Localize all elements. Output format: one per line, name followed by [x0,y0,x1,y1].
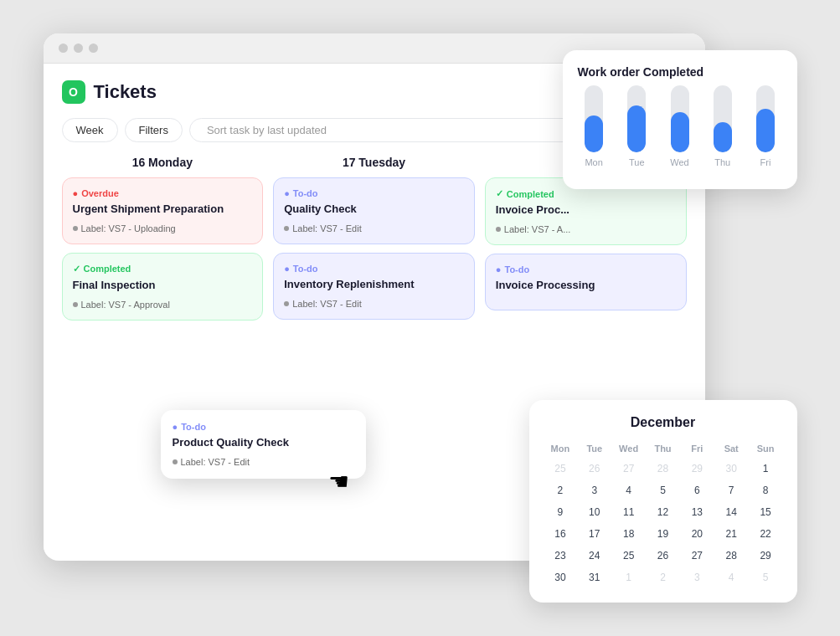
calendar-day[interactable]: 27 [681,546,714,566]
bar-track [627,85,646,152]
drag-cursor: ☚ [328,468,349,495]
calendar-day[interactable]: 13 [681,502,714,522]
calendar-day[interactable]: 11 [612,502,645,522]
task-card[interactable]: ✓ Completed Final Inspection Label: VS7 … [62,253,264,321]
bar-group: Thu [706,85,739,167]
calendar-day[interactable]: 12 [647,502,679,522]
sort-button[interactable]: Sort task by last updated [189,118,587,142]
calendar-day[interactable]: 5 [750,567,782,587]
filters-button[interactable]: Filters [125,118,183,142]
calendar-day[interactable]: 2 [544,480,577,500]
calendar-dow: Fri [681,440,714,457]
task-title: Urgent Shipment Preparation [73,203,253,217]
calendar-dow: Wed [612,440,645,457]
calendar-day[interactable]: 16 [544,524,577,544]
calendar-day[interactable]: 7 [715,480,748,500]
page-title: Tickets [94,81,157,103]
task-label: Label: VS7 - Edit [284,299,464,309]
calendar-day[interactable]: 31 [578,567,611,587]
calendar-day[interactable]: 29 [750,546,782,566]
calendar-day[interactable]: 21 [715,524,748,544]
calendar-day[interactable]: 4 [715,567,748,587]
label-dot [73,302,78,307]
calendar-day[interactable]: 25 [612,546,645,566]
check-icon: ✓ [73,264,80,274]
bar-label: Wed [670,157,688,167]
monday-column: 16 Monday ● Overdue Urgent Shipment Prep… [62,156,264,329]
calendar-day[interactable]: 19 [647,524,679,544]
bar-group: Fri [749,85,781,167]
chart-panel: Work order Completed MonTueWedThuFri [563,50,797,189]
calendar-day[interactable]: 3 [578,480,611,500]
label-dot [496,227,501,232]
task-card[interactable]: ● To-do Invoice Processing [485,254,687,310]
calendar-day[interactable]: 22 [750,524,782,544]
calendar-day[interactable]: 20 [681,524,714,544]
calendar-day[interactable]: 25 [544,459,577,479]
dot-green [89,44,98,53]
calendar-day[interactable]: 8 [750,480,782,500]
bar-track [585,85,603,152]
status-dot: ● [284,188,290,198]
calendar-day[interactable]: 15 [750,502,782,522]
calendar-day[interactable]: 27 [612,459,645,479]
calendar-dow: Mon [544,440,577,457]
calendar-day[interactable]: 9 [544,502,577,522]
calendar-day[interactable]: 17 [578,524,611,544]
calendar-day[interactable]: 18 [612,524,645,544]
bar-label: Mon [585,157,602,167]
calendar-day[interactable]: 3 [681,567,714,587]
scene: O Tickets 👤 My tasks 🔔 Week Fi [44,33,797,603]
chart-title: Work order Completed [578,65,782,79]
floating-task-title: Product Quality Check [173,436,354,450]
calendar-day[interactable]: 28 [647,459,679,479]
calendar-day[interactable]: 14 [715,502,748,522]
tuesday-column: 17 Tuesday ● To-do Quality Check Label: … [273,156,475,329]
monday-header: 16 Monday [62,156,264,169]
task-label: Label: VS7 - Edit [284,223,464,233]
calendar-day[interactable]: 23 [544,546,577,566]
floating-task-label: Label: VS7 - Edit [173,457,354,467]
bar-fill [714,122,732,152]
task-title: Quality Check [284,203,464,217]
label-dot [284,301,289,306]
calendar-day[interactable]: 10 [578,502,611,522]
bar-fill [671,112,689,152]
task-status: ● To-do [496,264,676,274]
dot-yellow [74,44,83,53]
bar-track [756,85,775,152]
task-title: Inventory Replenishment [284,278,464,292]
bar-fill [585,115,603,152]
task-card[interactable]: ● Overdue Urgent Shipment Preparation La… [62,177,264,244]
bar-track [671,85,689,152]
dot-red [59,44,68,53]
task-title: Final Inspection [73,279,253,293]
calendar-day[interactable]: 24 [578,546,611,566]
tuesday-header: 17 Tuesday [273,156,475,169]
calendar-day[interactable]: 5 [647,480,679,500]
chart-bars: MonTueWedThuFri [578,92,782,167]
bar-label: Thu [714,157,730,167]
task-status: ✓ Completed [73,264,253,274]
task-card[interactable]: ● To-do Quality Check Label: VS7 - Edit [273,177,475,244]
calendar-day[interactable]: 28 [715,546,748,566]
calendar-day[interactable]: 29 [681,459,714,479]
calendar-day[interactable]: 6 [681,480,714,500]
task-status: ● To-do [284,264,464,274]
calendar-day[interactable]: 1 [750,459,782,479]
calendar-day[interactable]: 26 [647,546,679,566]
calendar-day[interactable]: 30 [544,567,577,587]
calendar-dow: Thu [647,440,679,457]
floating-task-card[interactable]: ● To-do Product Quality Check Label: VS7… [161,410,366,479]
status-dot: ● [73,188,79,198]
week-button[interactable]: Week [62,118,118,142]
task-status: ● To-do [284,188,464,198]
calendar-day[interactable]: 2 [647,567,679,587]
calendar-panel: December MonTueWedThuFriSatSun2526272829… [529,400,797,603]
task-card[interactable]: ● To-do Inventory Replenishment Label: V… [273,253,475,320]
calendar-day[interactable]: 26 [578,459,611,479]
bar-label: Tue [629,157,645,167]
calendar-day[interactable]: 1 [612,567,645,587]
calendar-day[interactable]: 30 [715,459,748,479]
calendar-day[interactable]: 4 [612,480,645,500]
